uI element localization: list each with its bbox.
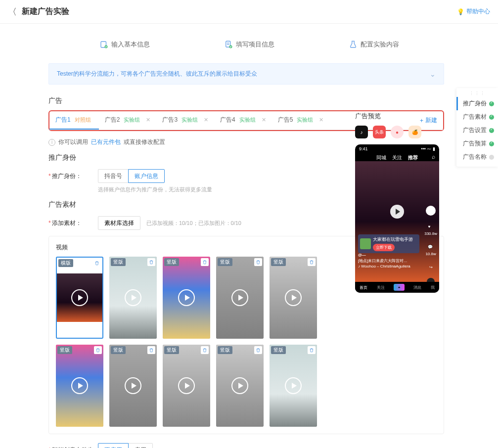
play-icon	[71, 289, 88, 306]
flask-icon	[349, 40, 358, 49]
smart-label: *智能创意自动生成：	[48, 443, 98, 448]
sidenav-item[interactable]: 广告设置	[456, 124, 498, 137]
status-dot-icon	[489, 155, 494, 160]
delete-button[interactable]	[147, 258, 155, 266]
banner-text: Tester的科学分流能力，可将各个广告完全随机、彼此互斥的展示给目标受众	[57, 70, 257, 78]
orientation-badge: 竖版	[218, 346, 232, 354]
doc-icon	[224, 40, 233, 49]
phone-bottom-nav: 首页 关注 + 消息 我	[355, 282, 439, 293]
bulb-icon: 💡	[457, 8, 464, 15]
delete-button[interactable]	[254, 346, 262, 354]
video-tile[interactable]: 竖版	[270, 345, 317, 427]
close-icon[interactable]: ✕	[204, 117, 208, 123]
delete-button[interactable]	[308, 258, 316, 266]
orientation-badge: 竖版	[218, 258, 232, 266]
info-banner[interactable]: Tester的科学分流能力，可将各个广告完全随机、彼此互斥的展示给目标受众 ⌄	[48, 63, 444, 85]
video-tile[interactable]: 竖版	[216, 257, 264, 339]
help-label: 帮助中心	[466, 7, 490, 16]
close-icon[interactable]: ✕	[319, 117, 323, 123]
avatar-icon	[426, 206, 436, 216]
play-icon	[125, 377, 141, 394]
sidenav-item[interactable]: 广告名称	[456, 150, 498, 164]
play-icon	[178, 377, 195, 394]
action-rail: ♥330.8w 💬10.8w ↪	[424, 206, 437, 286]
orientation-badge: 横版	[58, 259, 73, 267]
sidenav-item[interactable]: 广告素材	[456, 110, 498, 124]
play-icon	[231, 377, 248, 394]
ad-tab[interactable]: 广告2实验组✕	[99, 111, 157, 130]
drag-handle-icon[interactable]: ⋮⋮⋮	[456, 91, 498, 96]
video-tile[interactable]: 竖版	[163, 345, 210, 427]
status-dot-icon	[489, 115, 494, 120]
video-tile[interactable]: 竖版	[270, 257, 317, 339]
identity-help: 选择账户信息作为推广身份，无法获得更多流量	[98, 186, 212, 193]
delete-button[interactable]	[201, 258, 209, 266]
delete-button[interactable]	[308, 346, 316, 354]
promo-thumb	[360, 238, 371, 249]
delete-button[interactable]	[147, 346, 155, 354]
seg-option[interactable]: 抖音号	[98, 169, 129, 183]
status-dot-icon	[489, 141, 494, 146]
delete-button[interactable]	[254, 258, 262, 266]
step-indicator: 输入基本信息 填写项目信息 配置实验内容	[0, 35, 498, 54]
play-icon	[178, 289, 195, 306]
material-label: *添加素材：	[48, 216, 98, 230]
ad-tab[interactable]: 广告3实验组✕	[156, 111, 214, 130]
seg-option[interactable]: 启用	[128, 443, 153, 448]
video-tile[interactable]: 竖版	[109, 257, 157, 339]
existing-package-link[interactable]: 已有元件包	[91, 138, 121, 146]
xigua-icon[interactable]: ●	[391, 126, 404, 138]
orientation-badge: 竖版	[164, 258, 179, 266]
step-1: 输入基本信息	[99, 40, 150, 49]
video-tile[interactable]: 竖版	[216, 345, 264, 427]
video-tile[interactable]: 竖版	[109, 345, 157, 427]
toutiao-icon[interactable]: 头条	[373, 126, 386, 138]
material-counts: 已添加视频：10/10；已添加图片：0/10	[146, 216, 241, 230]
info-icon: i	[48, 139, 55, 146]
back-button[interactable]: 〈	[8, 6, 17, 18]
play-icon	[285, 289, 302, 306]
orientation-badge: 竖版	[57, 346, 72, 354]
other-app-icon[interactable]: 🍊	[408, 126, 421, 138]
heart-icon: ♥	[424, 222, 434, 231]
orientation-badge: 竖版	[271, 346, 286, 354]
sidenav-item[interactable]: 广告预算	[456, 137, 498, 150]
smart-segmented: 不启用启用	[98, 443, 153, 448]
identity-label: *推广身份：	[48, 169, 98, 183]
step-2: 填写项目信息	[224, 40, 274, 49]
play-icon	[231, 289, 248, 306]
material-library-button[interactable]: 素材库选择	[98, 216, 140, 230]
delete-button[interactable]	[201, 346, 209, 354]
delete-button[interactable]	[94, 346, 102, 354]
play-icon	[390, 205, 404, 219]
seg-option[interactable]: 账户信息	[128, 169, 165, 183]
play-icon	[285, 377, 302, 394]
orientation-badge: 竖版	[111, 258, 126, 266]
phone-preview: 9:41••• ⁓ ▮ 同城 关注 推荐 ⌕ ♥330.8w 💬10.8w ↪ …	[355, 144, 439, 293]
delete-button[interactable]	[93, 259, 101, 267]
side-nav: ⋮⋮⋮ 推广身份广告素材广告设置广告预算广告名称	[456, 88, 498, 167]
orientation-badge: 竖版	[164, 346, 179, 354]
status-dot-icon	[489, 101, 494, 106]
close-icon[interactable]: ✕	[146, 117, 150, 123]
close-icon[interactable]: ✕	[262, 117, 266, 123]
seg-option[interactable]: 不启用	[98, 443, 129, 448]
ad-tab[interactable]: 广告5实验组✕	[272, 111, 330, 130]
video-tile[interactable]: 横版	[56, 257, 103, 339]
search-icon: ⌕	[432, 153, 435, 160]
preview-title: 广告预览	[355, 112, 439, 121]
status-dot-icon	[489, 128, 494, 133]
comment-icon: 💬	[425, 242, 435, 252]
video-tile[interactable]: 竖版	[163, 257, 210, 339]
download-button[interactable]: 立即下载	[373, 244, 395, 251]
ad-tab[interactable]: 广告1对照组	[49, 111, 99, 130]
identity-segmented: 抖音号账户信息	[98, 169, 165, 183]
orientation-badge: 竖版	[111, 346, 126, 354]
douyin-icon[interactable]: ♪	[355, 126, 368, 138]
sidenav-item[interactable]: 推广身份	[456, 97, 498, 110]
ad-tab[interactable]: 广告4实验组✕	[214, 111, 272, 130]
app-icon-row: ♪ 头条 ● 🍊	[355, 126, 439, 138]
orientation-badge: 竖版	[271, 258, 286, 266]
help-link[interactable]: 💡 帮助中心	[457, 7, 490, 16]
video-tile[interactable]: 竖版	[56, 345, 103, 427]
